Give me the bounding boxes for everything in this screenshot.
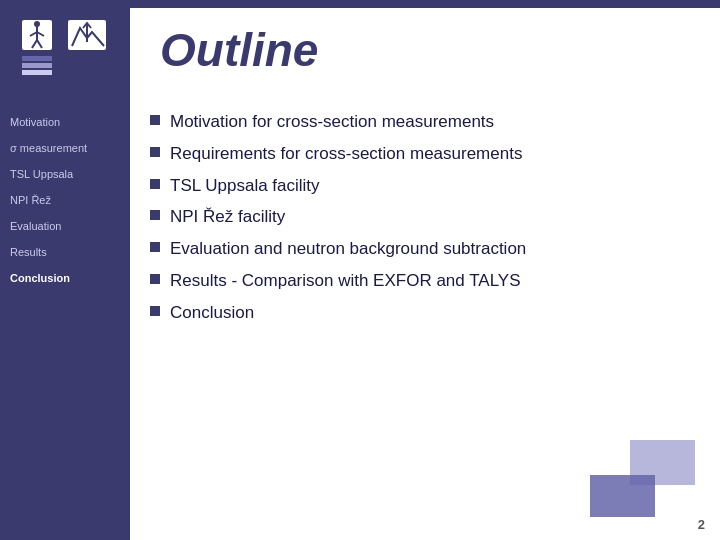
- bullet-text-1: Requirements for cross-section measureme…: [170, 142, 690, 166]
- bullet-item-5: Results - Comparison with EXFOR and TALY…: [150, 269, 690, 293]
- bullet-square-3: [150, 210, 160, 220]
- page-number: 2: [698, 517, 705, 532]
- bullet-item-4: Evaluation and neutron background subtra…: [150, 237, 690, 261]
- bullet-text-5: Results - Comparison with EXFOR and TALY…: [170, 269, 690, 293]
- svg-rect-11: [22, 70, 52, 75]
- sidebar-nav-item-5[interactable]: Results: [0, 240, 130, 264]
- bullet-square-1: [150, 147, 160, 157]
- sidebar-nav: Motivationσ measurementTSL UppsalaNPI Ře…: [0, 110, 130, 290]
- sidebar-nav-item-4[interactable]: Evaluation: [0, 214, 130, 238]
- deco-squares: [560, 440, 700, 520]
- svg-rect-10: [22, 63, 52, 68]
- sidebar-nav-item-3[interactable]: NPI Řež: [0, 188, 130, 212]
- svg-rect-9: [22, 56, 52, 61]
- bullet-item-3: NPI Řež facility: [150, 205, 690, 229]
- page-title: Outline: [160, 23, 318, 77]
- sidebar-nav-item-2[interactable]: TSL Uppsala: [0, 162, 130, 186]
- svg-rect-13: [590, 475, 655, 517]
- bullet-square-4: [150, 242, 160, 252]
- header: Outline: [130, 0, 720, 100]
- bullet-text-6: Conclusion: [170, 301, 690, 325]
- bullet-item-2: TSL Uppsala facility: [150, 174, 690, 198]
- sidebar-logo: [0, 10, 130, 90]
- sidebar-nav-item-0[interactable]: Motivation: [0, 110, 130, 134]
- bullet-square-6: [150, 306, 160, 316]
- bullet-square-5: [150, 274, 160, 284]
- bullet-square-2: [150, 179, 160, 189]
- bullet-item-1: Requirements for cross-section measureme…: [150, 142, 690, 166]
- bullet-item-0: Motivation for cross-section measurement…: [150, 110, 690, 134]
- sidebar: Motivationσ measurementTSL UppsalaNPI Ře…: [0, 0, 130, 540]
- bullet-text-0: Motivation for cross-section measurement…: [170, 110, 690, 134]
- bullet-text-3: NPI Řež facility: [170, 205, 690, 229]
- bullet-text-2: TSL Uppsala facility: [170, 174, 690, 198]
- bullet-list: Motivation for cross-section measurement…: [150, 110, 690, 325]
- sidebar-nav-item-6[interactable]: Conclusion: [0, 266, 130, 290]
- svg-point-2: [34, 21, 40, 27]
- sidebar-nav-item-1[interactable]: σ measurement: [0, 136, 130, 160]
- bullet-square-0: [150, 115, 160, 125]
- bullet-item-6: Conclusion: [150, 301, 690, 325]
- bullet-text-4: Evaluation and neutron background subtra…: [170, 237, 690, 261]
